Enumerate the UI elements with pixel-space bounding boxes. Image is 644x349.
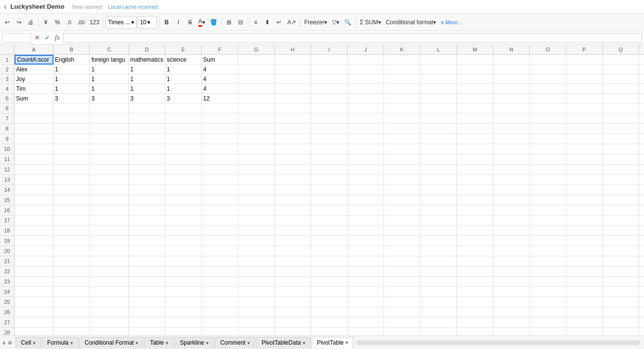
cell-m28[interactable] [457,328,493,335]
cell-q26[interactable] [603,307,639,317]
cell-q2[interactable] [603,65,639,74]
cell-k4[interactable] [384,84,420,94]
cell-i4[interactable] [311,84,348,94]
cell-o11[interactable] [530,154,566,164]
cell-h25[interactable] [275,297,311,307]
decimal-inc-button[interactable]: .00 [75,16,87,29]
cell-d3[interactable]: 1 [129,74,165,84]
italic-button[interactable]: I [173,16,184,29]
cell-b19[interactable] [53,236,90,246]
cell-k1[interactable] [384,55,420,65]
cell-g26[interactable] [238,307,275,317]
cell-g14[interactable] [238,185,275,195]
cell-c20[interactable] [90,246,129,256]
cell-f8[interactable] [202,124,238,133]
cell-n20[interactable] [493,246,530,256]
cell-o9[interactable] [530,134,566,144]
cell-n4[interactable] [493,84,530,94]
cell-f12[interactable] [202,165,238,174]
cell-o23[interactable] [530,277,566,286]
cell-e28[interactable] [165,328,202,335]
col-header-i[interactable]: I [311,45,348,54]
cell-e25[interactable] [165,297,202,307]
cell-f19[interactable] [202,236,238,246]
cell-j26[interactable] [348,307,384,317]
cell-j9[interactable] [348,134,384,144]
cell-i23[interactable] [311,277,348,286]
cell-p9[interactable] [566,134,603,144]
cell-b27[interactable] [53,317,90,327]
cell-q22[interactable] [603,266,639,276]
cell-j25[interactable] [348,297,384,307]
currency-button[interactable]: ¥ [40,16,51,29]
cell-n10[interactable] [493,144,530,154]
cell-l7[interactable] [420,114,457,123]
cell-f26[interactable] [202,307,238,317]
cell-c7[interactable] [90,114,129,123]
cell-m27[interactable] [457,317,493,327]
cell-c9[interactable] [90,134,129,144]
cell-d16[interactable] [129,205,165,215]
cell-k5[interactable] [384,94,420,103]
cell-a11[interactable] [15,154,53,164]
cell-f18[interactable] [202,226,238,235]
col-header-b[interactable]: B [53,45,90,54]
cell-j22[interactable] [348,266,384,276]
cell-g10[interactable] [238,144,275,154]
cell-f22[interactable] [202,266,238,276]
cell-a26[interactable] [15,307,53,317]
cell-a15[interactable] [15,195,53,205]
cell-b26[interactable] [53,307,90,317]
cell-o24[interactable] [530,287,566,297]
cell-c14[interactable] [90,185,129,195]
cell-h6[interactable] [275,103,311,113]
cell-m15[interactable] [457,195,493,205]
back-button[interactable]: ‹ [4,2,6,11]
col-header-q[interactable]: Q [603,45,639,54]
col-header-n[interactable]: N [493,45,530,54]
cell-e5[interactable]: 3 [165,94,202,103]
cell-j12[interactable] [348,165,384,174]
cell-h16[interactable] [275,205,311,215]
cell-l2[interactable] [420,65,457,74]
cell-c16[interactable] [90,205,129,215]
cell-j21[interactable] [348,256,384,266]
cell-n5[interactable] [493,94,530,103]
cell-d20[interactable] [129,246,165,256]
cell-c2[interactable]: 1 [90,65,129,74]
cell-k16[interactable] [384,205,420,215]
col-header-g[interactable]: G [238,45,275,54]
cell-i16[interactable] [311,205,348,215]
percent-button[interactable]: % [52,16,63,29]
cell-m22[interactable] [457,266,493,276]
cell-g15[interactable] [238,195,275,205]
cell-q19[interactable] [603,236,639,246]
cell-q20[interactable] [603,246,639,256]
cell-q1[interactable] [603,55,639,65]
cell-p1[interactable] [566,55,603,65]
cell-f3[interactable]: 4 [202,74,238,84]
cell-k26[interactable] [384,307,420,317]
cell-b24[interactable] [53,287,90,297]
col-header-j[interactable]: J [348,45,384,54]
cell-d21[interactable] [129,256,165,266]
cell-d1[interactable]: mathematics [129,55,165,65]
cell-q21[interactable] [603,256,639,266]
cell-k11[interactable] [384,154,420,164]
cell-c23[interactable] [90,277,129,286]
cell-c5[interactable]: 3 [90,94,129,103]
cell-q3[interactable] [603,74,639,84]
cell-k23[interactable] [384,277,420,286]
cell-j1[interactable] [348,55,384,65]
cell-d12[interactable] [129,165,165,174]
cell-g19[interactable] [238,236,275,246]
cell-m19[interactable] [457,236,493,246]
cell-l18[interactable] [420,226,457,235]
cell-a20[interactable] [15,246,53,256]
col-header-a[interactable]: A [15,45,53,54]
cell-h20[interactable] [275,246,311,256]
cell-b20[interactable] [53,246,90,256]
cell-n9[interactable] [493,134,530,144]
cell-e11[interactable] [165,154,202,164]
sheet-tab-comment[interactable]: Comment▾ [215,337,255,349]
